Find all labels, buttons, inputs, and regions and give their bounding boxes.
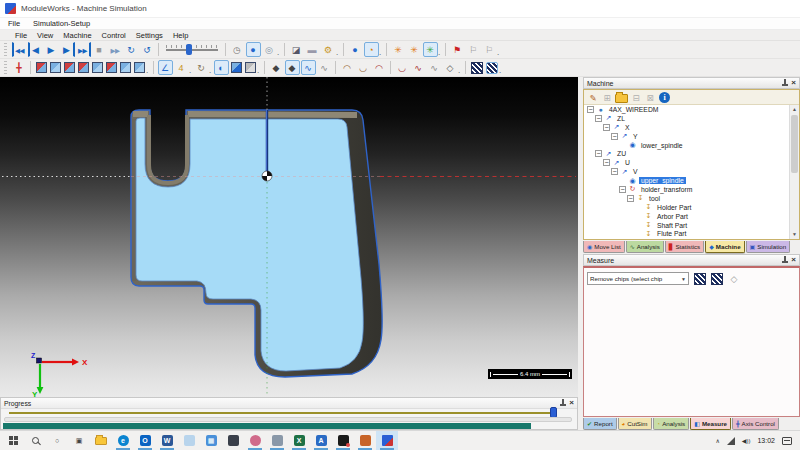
tool-display-1-button[interactable]: ◆ — [269, 60, 284, 75]
turning-mode-button[interactable]: ◔ — [364, 42, 379, 57]
tree-item-zl[interactable]: −↗ZL — [584, 114, 789, 123]
pin-marker-button[interactable]: ⚑ — [450, 42, 465, 57]
slider-thumb[interactable] — [186, 44, 192, 55]
tray-chevron-icon[interactable]: ∧ — [715, 437, 719, 444]
remove-chip-pattern-2-button[interactable] — [711, 273, 723, 285]
task-view-button[interactable]: ▣ — [68, 431, 90, 450]
curve-segment-2-button[interactable]: ◡ — [356, 60, 371, 75]
view-iso-button[interactable] — [120, 62, 131, 73]
app-black-red-button[interactable] — [332, 431, 354, 450]
tree-expander-icon[interactable]: − — [587, 106, 594, 113]
tree-expander-icon[interactable]: − — [603, 124, 610, 131]
tree-expander-icon[interactable]: − — [611, 168, 618, 175]
skip-to-end-button[interactable]: ▶▶ — [76, 42, 91, 57]
tree-scrollbar[interactable]: ▲ ▼ — [789, 105, 799, 239]
curve-segment-3-button[interactable]: ◠ — [372, 60, 387, 75]
scroll-thumb[interactable] — [791, 115, 798, 173]
app-dark-button[interactable] — [222, 431, 244, 450]
machine-info-button[interactable]: i — [659, 92, 670, 103]
view-top-button[interactable] — [92, 62, 103, 73]
tab-cutsim[interactable]: ◕CutSim — [618, 418, 652, 430]
cortana-button[interactable]: ○ — [46, 431, 68, 450]
pin-icon[interactable] — [559, 399, 566, 407]
close-icon[interactable]: × — [791, 79, 796, 87]
export-machine-button[interactable]: ⊠ — [644, 91, 657, 104]
open-machine-button[interactable] — [615, 94, 628, 103]
tab-report[interactable]: ✔Report — [583, 418, 617, 430]
tree-item-u[interactable]: −↗U — [584, 158, 789, 167]
tree-item-holder-part[interactable]: ↧Holder Part — [584, 203, 789, 212]
collision-check-1-button[interactable]: ✳ — [391, 42, 406, 57]
tree-item-zu[interactable]: −↗ZU — [584, 149, 789, 158]
material-removal-1-button[interactable] — [471, 62, 483, 74]
flag-1-button[interactable]: ⚐ — [466, 42, 481, 57]
feedback-hub-button[interactable] — [244, 431, 266, 450]
viewport-3d[interactable]: X Y Z 6.4 mm — [0, 77, 578, 398]
disc-simulation-button[interactable]: ◎ — [262, 42, 277, 57]
outlook-button[interactable]: O — [134, 431, 156, 450]
chip-removal-dropdown[interactable]: Remove chips (select chip ▼ — [587, 272, 689, 285]
tab-simulation[interactable]: ▣Simulation — [746, 241, 791, 253]
tool-display-2-button[interactable]: ◆ — [285, 60, 300, 75]
view-right-button[interactable] — [78, 62, 89, 73]
stop-button[interactable]: ■ — [92, 42, 107, 57]
time-based-simulation-button[interactable]: ◷ — [230, 42, 245, 57]
tab-analysis[interactable]: ◔Analysis — [653, 418, 690, 430]
remove-chip-pattern-1-button[interactable] — [694, 273, 706, 285]
menu-control[interactable]: Control — [97, 31, 131, 40]
menu-file[interactable]: File — [10, 31, 32, 40]
tree-item-upper-spindle[interactable]: ◉upper_spindle — [584, 176, 789, 185]
collision-check-2-button[interactable]: ✳ — [407, 42, 422, 57]
tree-expander-icon[interactable]: − — [603, 159, 610, 166]
pin-icon[interactable] — [781, 79, 788, 87]
word-button[interactable]: W — [156, 431, 178, 450]
notification-center-icon[interactable] — [782, 437, 792, 445]
collision-check-3-button[interactable]: ✳ — [423, 42, 438, 57]
scroll-up-icon[interactable]: ▲ — [790, 105, 799, 114]
remote-desktop-button[interactable] — [266, 431, 288, 450]
world-simulation-button[interactable]: ● — [246, 42, 261, 57]
polygon-select-button[interactable]: ◇ — [443, 60, 458, 75]
erase-stock-button[interactable]: ◪ — [289, 42, 304, 57]
tree-item-holder-transform[interactable]: −↻holder_transform — [584, 185, 789, 194]
curve-segment-4-button[interactable]: ◡ — [395, 60, 410, 75]
tree-item-x[interactable]: −↗X — [584, 123, 789, 132]
shaded-view-button[interactable]: ◐ — [214, 60, 229, 75]
solid-view-button[interactable] — [231, 62, 242, 73]
view-back-button[interactable] — [50, 62, 61, 73]
edge-browser-button[interactable]: e — [112, 431, 134, 450]
file-explorer-button[interactable] — [90, 431, 112, 450]
speaker-icon[interactable]: ◀)) — [742, 437, 751, 444]
tree-item-4ax-wireedm[interactable]: −●4AX_WIREEDM — [584, 105, 789, 114]
material-removal-2-button[interactable] — [486, 62, 498, 74]
stock-box-button[interactable]: ▬ — [305, 42, 320, 57]
excel-button[interactable]: X — [288, 431, 310, 450]
replay-button[interactable]: ↻ — [124, 42, 139, 57]
search-button[interactable] — [24, 431, 46, 450]
view-bottom-button[interactable] — [106, 62, 117, 73]
tree-item-arbor-part[interactable]: ↧Arbor Part — [584, 212, 789, 221]
reset-simulation-button[interactable]: ↺ — [140, 42, 155, 57]
app-a-button[interactable]: A — [310, 431, 332, 450]
tool-axis-button[interactable]: 4 — [174, 60, 189, 75]
step-forward-button[interactable]: ▶ — [60, 42, 75, 57]
taskbar-clock[interactable]: 13:02 — [757, 437, 775, 444]
flag-2-button[interactable]: ⚐ — [482, 42, 497, 57]
close-icon[interactable]: × — [569, 399, 574, 407]
view-left-button[interactable] — [64, 62, 75, 73]
tab-statistics[interactable]: ▊Statistics — [665, 241, 704, 253]
skip-to-start-button[interactable]: ◀◀ — [12, 42, 27, 57]
app-light-button[interactable] — [178, 431, 200, 450]
measure-mode-button[interactable]: ∠ — [158, 60, 173, 75]
wireframe-view-button[interactable] — [245, 62, 256, 73]
menu-simulation-setup[interactable]: Simulation-Setup — [33, 19, 90, 28]
tree-expander-icon[interactable]: − — [627, 195, 634, 202]
tree-item-lower-spindle[interactable]: ◉lower_spindle — [584, 141, 789, 150]
step-back-button[interactable]: ◀ — [28, 42, 43, 57]
fast-forward-button[interactable]: ▶▶ — [108, 42, 123, 57]
fit-to-view-button[interactable]: ╋ — [12, 60, 27, 75]
view-front-button[interactable] — [36, 62, 47, 73]
network-icon[interactable] — [727, 437, 735, 445]
tab-machine[interactable]: ◆Machine — [705, 241, 744, 253]
tree-expander-icon[interactable]: − — [595, 115, 602, 122]
